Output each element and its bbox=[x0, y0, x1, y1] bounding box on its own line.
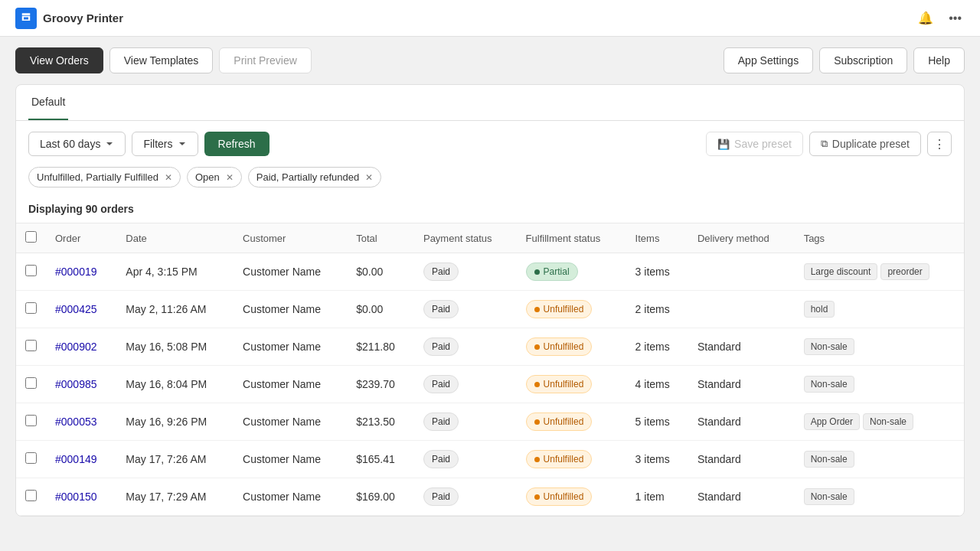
row-tags: Large discountpreorder bbox=[795, 253, 964, 291]
row-checkbox-cell[interactable] bbox=[16, 291, 46, 328]
view-templates-button[interactable]: View Templates bbox=[109, 47, 214, 73]
more-options-icon[interactable]: ••• bbox=[946, 8, 965, 28]
row-checkbox-cell[interactable] bbox=[16, 441, 46, 478]
remove-filter-fulfillment[interactable]: ✕ bbox=[165, 172, 172, 183]
row-total: $213.50 bbox=[347, 403, 414, 441]
row-fulfillment-status: Unfulfilled bbox=[517, 403, 626, 441]
row-checkbox[interactable] bbox=[25, 415, 37, 426]
refresh-button[interactable]: Refresh bbox=[204, 132, 270, 156]
fulfillment-dot bbox=[534, 494, 540, 500]
toolbar-left: View Orders View Templates Print Preview bbox=[15, 47, 312, 73]
chevron-down-icon-2 bbox=[178, 139, 187, 148]
fulfillment-status-badge: Unfulfilled bbox=[526, 375, 593, 393]
row-checkbox-cell[interactable] bbox=[16, 478, 46, 516]
fulfillment-status-badge: Partial bbox=[526, 262, 578, 281]
fulfillment-status-badge: Unfulfilled bbox=[526, 300, 593, 318]
filter-chip-open[interactable]: Open ✕ bbox=[187, 167, 242, 187]
row-order-number[interactable]: #000425 bbox=[46, 291, 116, 328]
row-checkbox-cell[interactable] bbox=[16, 328, 46, 366]
table-row: #000053May 16, 9:26 PMCustomer Name$213.… bbox=[16, 403, 964, 441]
row-checkbox-cell[interactable] bbox=[16, 403, 46, 441]
row-checkbox[interactable] bbox=[25, 452, 37, 464]
more-menu-button[interactable]: ⋮ bbox=[927, 132, 952, 156]
remove-filter-payment[interactable]: ✕ bbox=[365, 172, 373, 183]
row-tags: Non-sale bbox=[795, 441, 964, 478]
filter-bar: Last 60 days Filters Refresh 💾 Save pres… bbox=[16, 121, 964, 167]
col-order: Order bbox=[46, 223, 116, 253]
filter-right: 💾 Save preset ⧉ Duplicate preset ⋮ bbox=[706, 132, 952, 156]
row-checkbox[interactable] bbox=[25, 265, 37, 276]
app-name: Groovy Printer bbox=[43, 11, 123, 24]
row-items: 4 items bbox=[626, 366, 688, 403]
tag: Non-sale bbox=[804, 488, 854, 505]
row-customer: Customer Name bbox=[234, 441, 347, 478]
row-total: $0.00 bbox=[347, 253, 414, 291]
row-checkbox[interactable] bbox=[25, 490, 37, 501]
row-order-number[interactable]: #000985 bbox=[46, 366, 116, 403]
logo-icon bbox=[15, 8, 37, 29]
save-preset-button[interactable]: 💾 Save preset bbox=[706, 132, 803, 156]
tag: Non-sale bbox=[804, 338, 854, 355]
print-preview-button[interactable]: Print Preview bbox=[219, 47, 311, 73]
orders-table: Order Date Customer Total Payment status… bbox=[16, 223, 964, 516]
app-header: Groovy Printer 🔔 ••• bbox=[0, 0, 980, 37]
row-order-number[interactable]: #000150 bbox=[46, 478, 116, 516]
fulfillment-status-badge: Unfulfilled bbox=[526, 487, 593, 506]
col-payment-status: Payment status bbox=[414, 223, 517, 253]
filter-chip-payment[interactable]: Paid, Partially refunded ✕ bbox=[248, 167, 381, 187]
row-payment-status: Paid bbox=[414, 478, 517, 516]
row-order-number[interactable]: #000019 bbox=[46, 253, 116, 291]
filters-button[interactable]: Filters bbox=[132, 132, 198, 156]
help-button[interactable]: Help bbox=[913, 47, 965, 73]
row-customer: Customer Name bbox=[234, 253, 347, 291]
active-filters: Unfulfilled, Partially Fulfilled ✕ Open … bbox=[16, 167, 964, 197]
col-delivery: Delivery method bbox=[688, 223, 795, 253]
tag: Non-sale bbox=[804, 451, 854, 468]
row-date: Apr 4, 3:15 PM bbox=[116, 253, 234, 291]
select-all-checkbox[interactable] bbox=[25, 231, 37, 243]
fulfillment-status-badge: Unfulfilled bbox=[526, 337, 593, 356]
filter-left: Last 60 days Filters Refresh bbox=[28, 132, 270, 156]
row-items: 2 items bbox=[626, 291, 688, 328]
main-content: Default Last 60 days Filters Refresh 💾 S bbox=[0, 84, 980, 532]
row-payment-status: Paid bbox=[414, 403, 517, 441]
row-checkbox-cell[interactable] bbox=[16, 366, 46, 403]
row-tags: Non-sale bbox=[795, 478, 964, 516]
row-checkbox-cell[interactable] bbox=[16, 253, 46, 291]
row-payment-status: Paid bbox=[414, 328, 517, 366]
row-date: May 16, 5:08 PM bbox=[116, 328, 234, 366]
tag: hold bbox=[804, 301, 835, 318]
row-delivery: Standard bbox=[688, 328, 795, 366]
row-delivery: Standard bbox=[688, 441, 795, 478]
header-actions: 🔔 ••• bbox=[915, 8, 965, 28]
row-delivery bbox=[688, 253, 795, 291]
col-customer: Customer bbox=[234, 223, 347, 253]
view-orders-button[interactable]: View Orders bbox=[15, 47, 103, 73]
row-date: May 17, 7:29 AM bbox=[116, 478, 234, 516]
remove-filter-open[interactable]: ✕ bbox=[226, 172, 234, 183]
row-checkbox[interactable] bbox=[25, 340, 37, 351]
filter-chip-fulfillment[interactable]: Unfulfilled, Partially Fulfilled ✕ bbox=[28, 167, 181, 187]
date-range-button[interactable]: Last 60 days bbox=[28, 132, 126, 156]
row-items: 5 items bbox=[626, 403, 688, 441]
row-tags: hold bbox=[795, 291, 964, 328]
row-order-number[interactable]: #000053 bbox=[46, 403, 116, 441]
duplicate-preset-button[interactable]: ⧉ Duplicate preset bbox=[809, 132, 921, 156]
tab-default[interactable]: Default bbox=[28, 85, 68, 120]
row-order-number[interactable]: #000149 bbox=[46, 441, 116, 478]
fulfillment-dot bbox=[534, 457, 540, 462]
table-info: Displaying 90 orders bbox=[16, 197, 964, 223]
payment-status-badge: Paid bbox=[423, 450, 459, 468]
row-items: 3 items bbox=[626, 441, 688, 478]
row-checkbox[interactable] bbox=[25, 377, 37, 389]
payment-status-badge: Paid bbox=[423, 337, 459, 356]
select-all-header[interactable] bbox=[16, 223, 46, 253]
row-checkbox[interactable] bbox=[25, 302, 37, 314]
row-order-number[interactable]: #000902 bbox=[46, 328, 116, 366]
tag: Large discount bbox=[804, 263, 878, 280]
app-settings-button[interactable]: App Settings bbox=[724, 47, 813, 73]
bell-icon[interactable]: 🔔 bbox=[915, 8, 936, 28]
subscription-button[interactable]: Subscription bbox=[819, 47, 907, 73]
payment-status-badge: Paid bbox=[423, 487, 459, 506]
row-total: $165.41 bbox=[347, 441, 414, 478]
